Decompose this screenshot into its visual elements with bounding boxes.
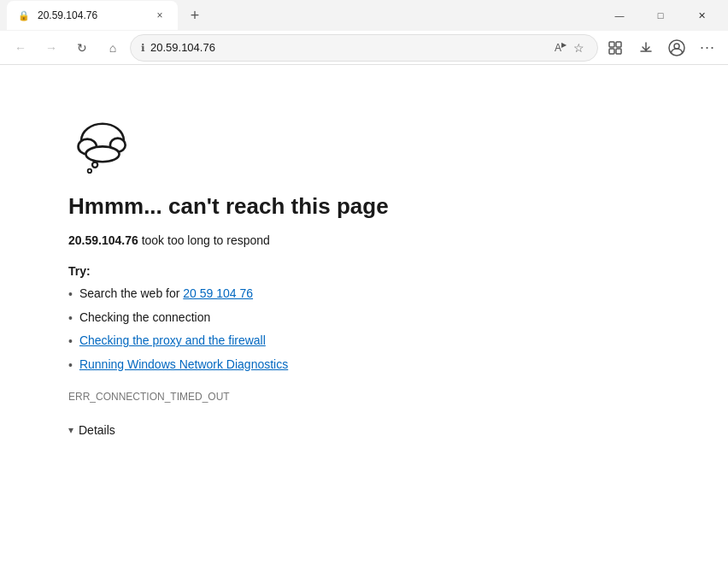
read-aloud-icon[interactable]: A▶	[552, 41, 569, 54]
proxy-firewall-link[interactable]: Checking the proxy and the firewall	[79, 333, 266, 347]
network-diagnostics-link[interactable]: Running Windows Network Diagnostics	[79, 357, 288, 371]
svg-rect-2	[609, 49, 614, 54]
error-subtitle: 20.59.104.76 took too long to respond	[68, 233, 660, 247]
list-item: Checking the proxy and the firewall	[68, 333, 660, 351]
close-window-button[interactable]: ✕	[682, 0, 721, 31]
details-button[interactable]: ▾ Details	[68, 423, 115, 437]
profile-button[interactable]	[663, 34, 690, 62]
svg-point-11	[88, 169, 91, 173]
list-item-text: Checking the connection	[79, 310, 210, 324]
cloud-icon	[68, 116, 137, 176]
tab-close-button[interactable]: ×	[152, 8, 167, 23]
security-icon: ℹ	[141, 42, 145, 54]
maximize-button[interactable]: □	[641, 0, 680, 31]
downloads-button[interactable]	[632, 34, 660, 62]
address-bar-icons: A▶ ☆	[552, 41, 587, 55]
active-tab[interactable]: 🔒 20.59.104.76 ×	[7, 1, 178, 30]
window-controls: — □ ✕	[600, 0, 721, 31]
list-item: Search the web for 20 59 104 76	[68, 286, 660, 304]
svg-point-10	[92, 162, 97, 168]
details-label: Details	[79, 423, 115, 437]
try-label: Try:	[68, 264, 660, 278]
svg-point-9	[85, 146, 119, 162]
back-button[interactable]: ←	[7, 34, 34, 62]
minimize-button[interactable]: —	[600, 0, 639, 31]
new-tab-button[interactable]: +	[183, 3, 207, 27]
svg-point-5	[674, 44, 679, 49]
address-input[interactable]: ℹ 20.59.104.76 A▶ ☆	[130, 34, 598, 62]
refresh-button[interactable]: ↻	[68, 34, 96, 62]
favorites-star-icon[interactable]: ☆	[571, 41, 587, 55]
error-title: Hmmm... can't reach this page	[68, 193, 660, 220]
svg-rect-1	[616, 42, 621, 47]
tab-favicon: 🔒	[17, 9, 31, 22]
tab-strip: 🔒 20.59.104.76 × +	[7, 1, 207, 30]
error-host: 20.59.104.76	[68, 233, 138, 247]
list-item: Running Windows Network Diagnostics	[68, 357, 660, 374]
svg-rect-0	[609, 42, 614, 47]
title-bar: 🔒 20.59.104.76 × + — □ ✕	[0, 0, 728, 31]
error-page: Hmmm... can't reach this page 20.59.104.…	[0, 65, 728, 566]
list-item: Checking the connection	[68, 310, 660, 327]
error-subtitle-rest: took too long to respond	[138, 233, 270, 247]
svg-rect-3	[616, 49, 621, 54]
try-list: Search the web for 20 59 104 76 Checking…	[68, 286, 660, 374]
address-bar: ← → ↻ ⌂ ℹ 20.59.104.76 A▶ ☆ ···	[0, 31, 728, 65]
collections-button[interactable]	[602, 34, 629, 62]
more-button[interactable]: ···	[694, 34, 721, 62]
search-web-link[interactable]: 20 59 104 76	[183, 286, 253, 300]
home-button[interactable]: ⌂	[99, 34, 126, 62]
details-chevron-icon: ▾	[68, 424, 73, 436]
url-text: 20.59.104.76	[150, 41, 547, 54]
error-code: ERR_CONNECTION_TIMED_OUT	[68, 391, 660, 403]
tab-title: 20.59.104.76	[38, 9, 145, 21]
forward-button[interactable]: →	[38, 34, 65, 62]
list-item-text: Search the web for 20 59 104 76	[79, 286, 253, 300]
